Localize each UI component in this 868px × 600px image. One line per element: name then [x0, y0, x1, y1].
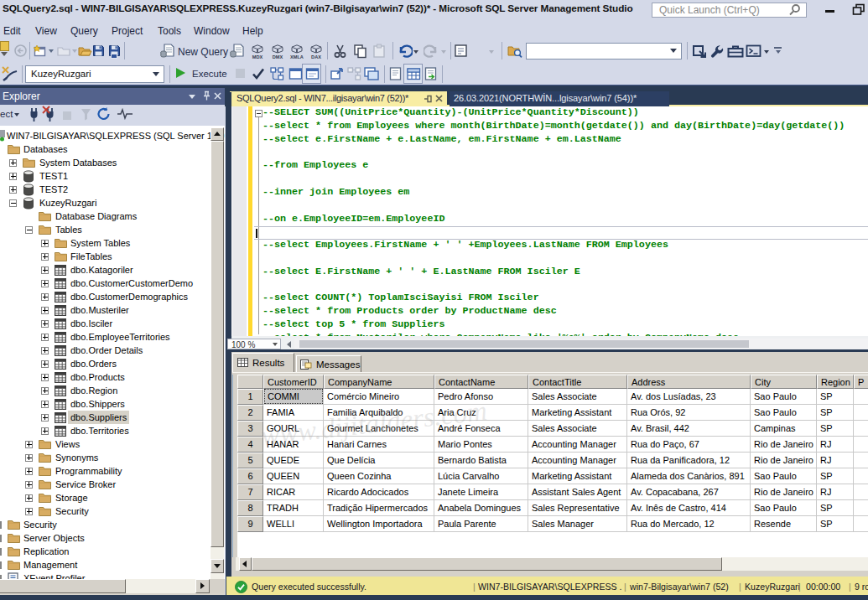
svg-text:MDX: MDX	[252, 54, 263, 59]
svg-text:DAX: DAX	[311, 54, 321, 59]
svg-text:DMX: DMX	[273, 54, 283, 59]
svg-text:XMLA: XMLA	[290, 54, 304, 59]
